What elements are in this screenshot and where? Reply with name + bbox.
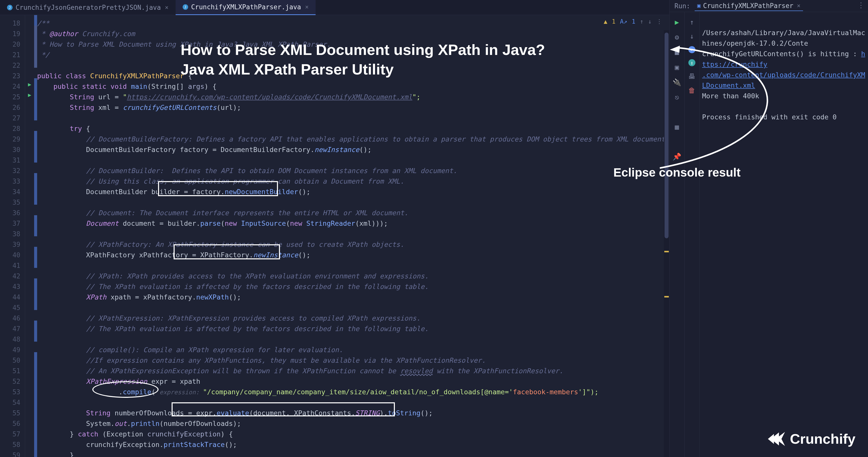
print-icon[interactable]: 🖶 — [688, 72, 696, 80]
run-label: Run: — [675, 2, 690, 10]
editor-inspection-widget[interactable]: ▲1 A↗1 ↑ ↓ ⋮ — [603, 18, 662, 25]
scroll-end-icon[interactable]: ↧ — [688, 59, 695, 66]
more-icon[interactable]: ⋮ — [858, 1, 865, 9]
tab-label: CrunchifyXMLXPathParser.java — [191, 3, 301, 11]
console-result: More than 400k — [702, 92, 760, 100]
layout-icon[interactable]: ▦ — [673, 123, 681, 131]
scrollbar-thumb[interactable] — [664, 33, 669, 238]
more-icon[interactable]: ⋮ — [656, 18, 662, 25]
scroll-marker — [664, 296, 669, 298]
plug-icon[interactable]: 🔌 — [673, 78, 681, 86]
vertical-scrollbar[interactable] — [664, 30, 669, 457]
line-number-gutter: 1819202122232425262728293031323334353637… — [0, 15, 25, 457]
trash-icon[interactable]: 🗑 — [688, 86, 696, 94]
editor-body: 1819202122232425262728293031323334353637… — [0, 15, 669, 457]
editor-tabs: J CrunchifyJsonGeneratorPrettyJSON.java … — [0, 0, 669, 15]
close-icon[interactable]: × — [797, 2, 801, 9]
marker-gutter — [34, 15, 37, 457]
arrow-down-icon[interactable]: ↓ — [688, 32, 696, 40]
tab-xpath-parser[interactable]: J CrunchifyXMLXPathParser.java × — [176, 0, 316, 15]
stop-icon[interactable]: ■ — [673, 48, 681, 56]
wrap-icon[interactable]: ↩ — [688, 46, 695, 53]
close-icon[interactable]: × — [305, 3, 309, 10]
nav-down-icon[interactable]: ↓ — [648, 18, 651, 25]
tab-label: CrunchifyJsonGeneratorPrettyJSON.java — [16, 4, 161, 11]
exit-icon[interactable]: ⎋ — [673, 93, 681, 101]
console-link[interactable]: .com/wp-content/uploads/code/CrunchifyXM… — [702, 71, 865, 89]
warning-icon: ▲ — [603, 18, 607, 25]
close-icon[interactable]: × — [165, 4, 168, 11]
run-config-name: CrunchifyXMLXPathParser — [703, 2, 793, 9]
tab-json-generator[interactable]: J CrunchifyJsonGeneratorPrettyJSON.java … — [0, 0, 176, 15]
run-mid-rail: ↑ ↓ ↩ ↧ 🖶 🗑 — [685, 12, 700, 457]
application-icon: ▣ — [697, 2, 701, 9]
run-tool-window: Run: ▣ CrunchifyXMLXPathParser × ⋮ ▶ ⚙ ■… — [669, 0, 868, 457]
hint-icon: A↗ — [620, 18, 627, 25]
console-exit: Process finished with exit code 0 — [702, 113, 837, 121]
run-header: Run: ▣ CrunchifyXMLXPathParser × ⋮ — [670, 0, 868, 12]
gear-icon[interactable]: ⚙ — [673, 33, 681, 41]
nav-up-icon[interactable]: ↑ — [640, 18, 644, 25]
pin-icon[interactable]: 📌 — [673, 152, 681, 160]
java-file-icon: J — [7, 5, 12, 10]
fold-gutter: ▶▶ — [25, 15, 34, 457]
scroll-marker — [664, 251, 669, 252]
code-area[interactable]: /** * @author Crunchify.com * How to Par… — [37, 15, 669, 457]
java-file-icon: J — [183, 4, 188, 10]
console-line: crunchifyGetURLContents() is hitting : — [702, 50, 861, 58]
camera-icon[interactable]: ▣ — [673, 63, 681, 71]
arrow-up-icon[interactable]: ↑ — [688, 18, 696, 26]
run-config-tab[interactable]: ▣ CrunchifyXMLXPathParser × — [695, 1, 803, 11]
editor-pane: J CrunchifyJsonGeneratorPrettyJSON.java … — [0, 0, 669, 457]
console-line: /Users/ashah/Library/Java/JavaVirtualMac… — [702, 29, 865, 47]
rerun-icon[interactable]: ▶ — [673, 18, 681, 26]
console-output[interactable]: /Users/ashah/Library/Java/JavaVirtualMac… — [700, 12, 868, 457]
run-left-rail: ▶ ⚙ ■ ▣ 🔌 ⎋ ▦ 📌 — [670, 12, 685, 457]
